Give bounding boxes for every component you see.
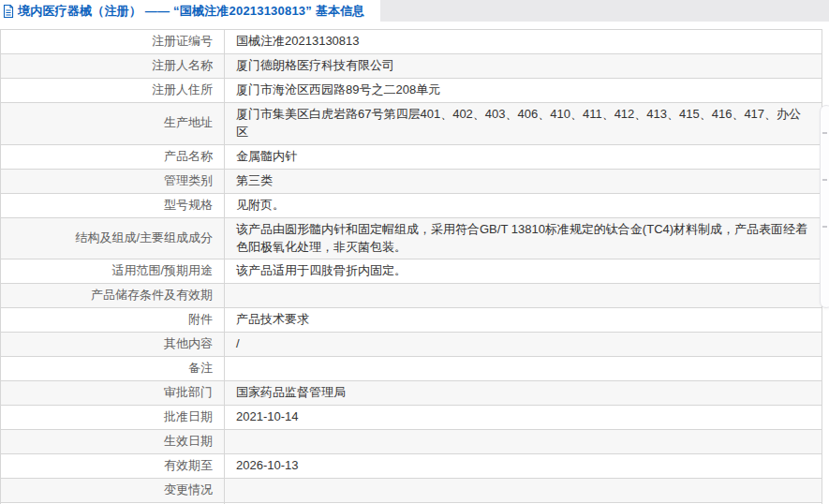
row-value: 国械注准20213130813 xyxy=(225,30,822,54)
row-value: 国家药品监督管理局 xyxy=(225,381,822,406)
table-row: 型号规格 见附页。 xyxy=(1,193,822,217)
row-label: 注册人住所 xyxy=(152,82,213,96)
registration-info-table: 注册证编号 国械注准20213130813 注册人名称 厦门德朗格医疗科技有限公… xyxy=(0,29,822,504)
row-value: 金属髓内针 xyxy=(225,144,822,169)
row-value xyxy=(225,479,822,503)
row-label: 型号规格 xyxy=(164,198,213,212)
row-value xyxy=(225,357,822,381)
table-row: 结构及组成/主要组成成分 该产品由圆形髓内针和固定帽组成，采用符合GB/T 13… xyxy=(1,217,822,259)
table-row: 适用范围/预期用途 该产品适用于四肢骨折内固定。 xyxy=(1,259,822,284)
row-value: 2021-10-14 xyxy=(225,406,822,430)
row-label: 批准日期 xyxy=(164,409,213,423)
table-row: 批准日期 2021-10-14 xyxy=(1,406,822,430)
row-value: 厦门市集美区白虎岩路67号第四层401、402、403、406、410、411、… xyxy=(225,103,822,145)
row-label: 管理类别 xyxy=(164,173,213,187)
row-value xyxy=(225,430,822,454)
table-row: 注册证编号 国械注准20213130813 xyxy=(1,30,822,54)
table-row: 附件 产品技术要求 xyxy=(1,308,822,333)
row-label: 变更情况 xyxy=(164,482,213,497)
table-row: 生效日期 xyxy=(1,430,822,454)
row-value: 厦门德朗格医疗科技有限公司 xyxy=(225,54,822,79)
row-label: 备注 xyxy=(188,361,213,375)
row-label: 有效期至 xyxy=(164,458,213,472)
row-value: 该产品由圆形髓内针和固定帽组成，采用符合GB/T 13810标准规定的钛合金(T… xyxy=(225,217,822,259)
row-label: 产品储存条件及有效期 xyxy=(91,288,213,302)
floating-side-panel[interactable] xyxy=(820,105,829,308)
row-label: 产品名称 xyxy=(164,149,213,163)
document-icon xyxy=(3,5,14,18)
info-table-body: 注册证编号 国械注准20213130813 注册人名称 厦门德朗格医疗科技有限公… xyxy=(1,30,822,504)
row-value: 厦门市海沧区西园路89号之二208单元 xyxy=(225,79,822,103)
row-label: 附件 xyxy=(188,312,213,326)
table-row: 审批部门 国家药品监督管理局 xyxy=(1,381,822,406)
row-label: 生产地址 xyxy=(164,115,213,129)
row-label: 审批部门 xyxy=(164,385,213,399)
row-value: 第三类 xyxy=(225,169,822,193)
table-row: 产品名称 金属髓内针 xyxy=(1,144,822,169)
table-row: 生产地址 厦门市集美区白虎岩路67号第四层401、402、403、406、410… xyxy=(1,103,822,145)
table-row: 产品储存条件及有效期 xyxy=(1,284,822,308)
row-label: 注册人名称 xyxy=(152,58,213,72)
row-value: 见附页。 xyxy=(225,193,822,217)
table-row: 有效期至 2026-10-13 xyxy=(1,454,822,479)
row-value: 该产品适用于四肢骨折内固定。 xyxy=(225,259,822,284)
tab-bar: 境内医疗器械（注册） —— “国械注准20213130813” 基本信息 xyxy=(0,0,829,22)
side-panel-tick xyxy=(822,179,827,181)
row-value: 2026-10-13 xyxy=(225,454,822,479)
row-label: 其他内容 xyxy=(164,336,213,350)
side-panel-tick xyxy=(822,132,827,134)
tab-basic-info[interactable]: 境内医疗器械（注册） —— “国械注准20213130813” 基本信息 xyxy=(0,0,380,22)
row-value: 产品技术要求 xyxy=(225,308,822,333)
row-label: 注册证编号 xyxy=(152,34,213,48)
table-row: 变更情况 xyxy=(1,479,822,503)
row-value xyxy=(225,284,822,308)
table-row: 其他内容 / xyxy=(1,333,822,357)
row-label: 适用范围/预期用途 xyxy=(111,263,213,277)
table-row: 注册人住所 厦门市海沧区西园路89号之二208单元 xyxy=(1,79,822,103)
row-label: 结构及组成/主要组成成分 xyxy=(75,230,213,245)
table-row: 管理类别 第三类 xyxy=(1,169,822,193)
side-panel-tick xyxy=(822,226,827,228)
table-row: 注册人名称 厦门德朗格医疗科技有限公司 xyxy=(1,54,822,79)
row-label: 生效日期 xyxy=(164,434,213,448)
table-row: 备注 xyxy=(1,357,822,381)
page-title: 境内医疗器械（注册） —— “国械注准20213130813” 基本信息 xyxy=(18,3,365,20)
row-value: / xyxy=(225,333,822,357)
